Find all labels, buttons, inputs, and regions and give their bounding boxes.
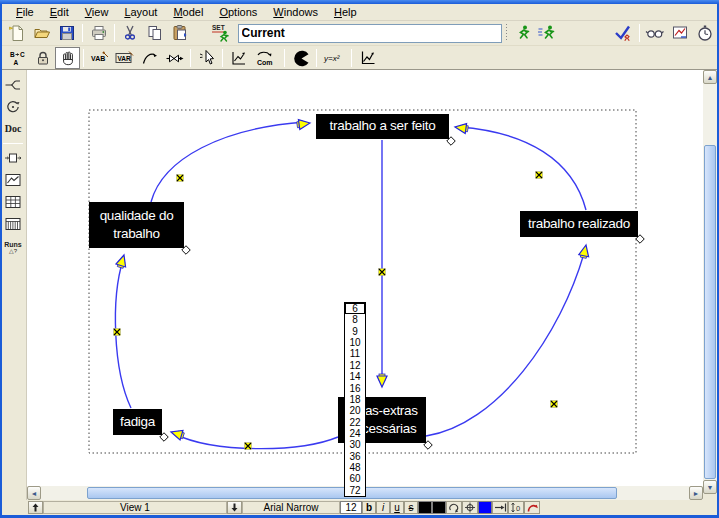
menu-options[interactable]: Options	[211, 5, 265, 19]
arrowhead[interactable]	[116, 254, 129, 267]
variable-tool-button[interactable]: VAB	[87, 47, 112, 69]
link-fadiga-to-qualidade[interactable]	[114, 254, 132, 408]
table-time-tool[interactable]	[2, 213, 25, 234]
scroll-up-button[interactable]: ▲	[703, 70, 717, 84]
simulate-button[interactable]	[510, 22, 535, 44]
rate-tool-button[interactable]	[162, 47, 187, 69]
stop-clock-button[interactable]	[692, 22, 717, 44]
menu-model[interactable]: Model	[165, 5, 211, 19]
view-selector[interactable]: View 1	[43, 501, 227, 514]
variable-trabalho-a-ser-feito[interactable]: trabalho a ser feito	[316, 114, 449, 139]
bold-button[interactable]: b	[362, 501, 376, 514]
scroll-right-button[interactable]: ►	[689, 486, 703, 500]
font-size-option-30[interactable]: 30	[345, 439, 365, 450]
document-all-button[interactable]	[643, 22, 668, 44]
graph-tool[interactable]	[2, 169, 25, 190]
font-size-option-8[interactable]: 8	[345, 314, 365, 325]
link-trabalho-realizado-to-trabalho-a-ser-feito[interactable]	[454, 122, 586, 210]
font-size-option-36[interactable]: 36	[345, 451, 365, 462]
arrow-color-swatch[interactable]	[478, 501, 492, 514]
font-size-option-6[interactable]: 6	[345, 303, 365, 314]
io-object-tool-button[interactable]	[226, 47, 251, 69]
font-size-option-48[interactable]: 48	[345, 462, 365, 473]
simulate-fast-button[interactable]	[535, 22, 560, 44]
arrowhead[interactable]	[579, 244, 591, 257]
position-button[interactable]	[462, 501, 478, 514]
arrowhead[interactable]	[170, 427, 183, 440]
reference-mode-tool-button[interactable]	[355, 47, 380, 69]
print-button[interactable]	[86, 22, 111, 44]
font-size-option-20[interactable]: 20	[345, 405, 365, 416]
comment-tool-button[interactable]: Com	[251, 47, 281, 69]
font-size-option-10[interactable]: 10	[345, 337, 365, 348]
font-size-selector[interactable]: 12	[340, 501, 362, 514]
menu-windows[interactable]: Windows	[265, 5, 326, 19]
menu-help[interactable]: Help	[326, 5, 365, 19]
document-tool[interactable]: Doc	[2, 118, 25, 139]
link-handle[interactable]	[379, 269, 386, 276]
italic-button[interactable]: i	[376, 501, 390, 514]
causes-tree-tool[interactable]	[2, 74, 25, 95]
move-size-tool-button[interactable]	[55, 47, 80, 69]
strikethrough-button[interactable]: s	[404, 501, 418, 514]
font-size-option-72[interactable]: 72	[345, 485, 365, 496]
variable-trabalho-realizado[interactable]: trabalho realizado	[520, 211, 638, 237]
box-color-swatch[interactable]	[432, 501, 446, 514]
equations-tool-button[interactable]: y=x²	[320, 47, 348, 69]
cut-button[interactable]	[118, 22, 143, 44]
next-view-button[interactable]	[227, 501, 242, 514]
font-size-option-18[interactable]: 18	[345, 394, 365, 405]
underline-button[interactable]: u	[390, 501, 404, 514]
arrow-tool-button[interactable]	[137, 47, 162, 69]
font-name-selector[interactable]: Arial Narrow	[242, 501, 340, 514]
output-windows-button[interactable]	[668, 22, 693, 44]
link-handle[interactable]	[551, 401, 558, 408]
arrow-style-button[interactable]	[492, 501, 508, 514]
set-dataset-button[interactable]: SET	[208, 22, 236, 44]
polarity-button[interactable]	[524, 501, 540, 514]
font-size-option-9[interactable]: 9	[345, 326, 365, 337]
loops-tool[interactable]	[2, 96, 25, 117]
variable-qualidade-do-trabalho[interactable]: qualidade do trabalho	[89, 202, 184, 248]
menu-layout[interactable]: Layout	[116, 5, 165, 19]
merge-tool-button[interactable]	[194, 47, 219, 69]
menu-file[interactable]: File	[8, 5, 42, 19]
scroll-down-button[interactable]: ▼	[703, 480, 717, 494]
link-handle[interactable]	[245, 443, 252, 450]
link-handle[interactable]	[177, 175, 184, 182]
font-size-dropdown[interactable]: 6891011121416182022243036486072	[344, 302, 366, 497]
new-button[interactable]	[5, 22, 30, 44]
check-model-button[interactable]	[611, 22, 636, 44]
link-trabalho-a-ser-feito-to-horas-extras[interactable]	[377, 140, 387, 387]
font-size-option-60[interactable]: 60	[345, 473, 365, 484]
subscript-tool-button[interactable]: BCA	[5, 47, 30, 69]
link-qualidade-to-trabalho-a-ser-feito[interactable]	[151, 118, 311, 202]
font-size-option-24[interactable]: 24	[345, 428, 365, 439]
menu-edit[interactable]: Edit	[42, 5, 77, 19]
font-size-option-12[interactable]: 12	[345, 360, 365, 371]
link-horas-extras-to-fadiga[interactable]	[170, 427, 338, 449]
shape-button[interactable]	[446, 501, 462, 514]
arrow-width-button[interactable]: 0	[508, 501, 524, 514]
link-handle[interactable]	[536, 172, 543, 179]
dataset-name-field[interactable]	[238, 24, 503, 43]
runs-compare-tool[interactable]: Runs △?	[2, 235, 25, 259]
link-handle[interactable]	[114, 329, 121, 336]
link-horas-extras-to-trabalho-realizado[interactable]	[426, 244, 591, 436]
menu-view[interactable]: View	[77, 5, 117, 19]
shadow-variable-tool-button[interactable]: VAR	[112, 47, 137, 69]
delete-tool-button[interactable]	[288, 47, 313, 69]
scroll-left-button[interactable]: ◄	[27, 486, 41, 500]
table-tool[interactable]	[2, 191, 25, 212]
open-button[interactable]	[30, 22, 55, 44]
arrowhead[interactable]	[377, 376, 387, 387]
font-size-option-16[interactable]: 16	[345, 383, 365, 394]
arrowhead[interactable]	[298, 118, 310, 129]
text-color-swatch[interactable]	[418, 501, 432, 514]
causes-strip-tool[interactable]	[2, 147, 25, 168]
lock-tool-button[interactable]	[30, 47, 55, 69]
save-button[interactable]	[54, 22, 79, 44]
variable-fadiga[interactable]: fadiga	[113, 409, 162, 435]
vertical-scrollbar[interactable]: ▲ ▼	[703, 70, 717, 494]
font-size-option-14[interactable]: 14	[345, 371, 365, 382]
